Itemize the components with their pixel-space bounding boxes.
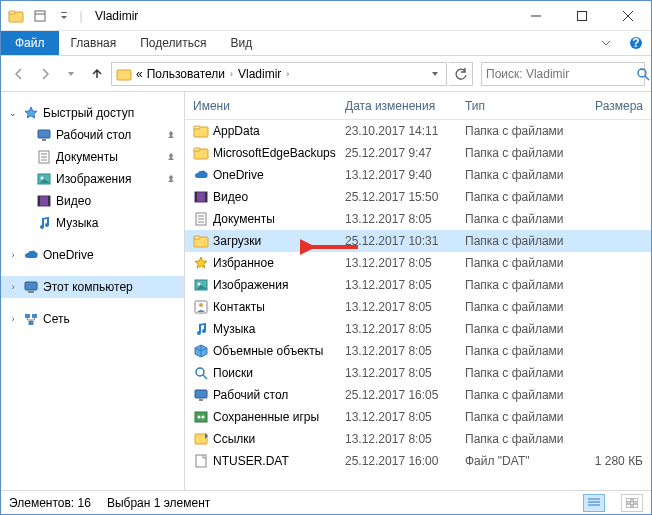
nav-onedrive[interactable]: › OneDrive: [1, 244, 184, 266]
cell-type: Папка с файлами: [465, 168, 577, 182]
chevron-right-icon[interactable]: ›: [7, 282, 19, 292]
svg-rect-27: [25, 314, 30, 318]
nav-quick-item[interactable]: Музыка: [1, 212, 184, 234]
cell-name: Избранное: [213, 256, 345, 270]
search-input[interactable]: [486, 67, 636, 81]
back-button[interactable]: [7, 62, 31, 86]
nav-network[interactable]: › Сеть: [1, 308, 184, 330]
qat-dropdown-icon[interactable]: [53, 5, 75, 27]
status-selection: Выбран 1 элемент: [107, 496, 210, 510]
svg-rect-15: [42, 139, 46, 141]
view-icons-button[interactable]: [621, 494, 643, 512]
address-dropdown-icon[interactable]: [426, 69, 444, 79]
status-bar: Элементов: 16 Выбран 1 элемент: [1, 490, 651, 514]
cell-name: Ссылки: [213, 432, 345, 446]
cell-type: Папка с файлами: [465, 432, 577, 446]
up-button[interactable]: [85, 62, 109, 86]
table-row[interactable]: Сохраненные игры13.12.2017 8:05Папка с ф…: [185, 406, 651, 428]
links-icon: [193, 431, 213, 447]
cell-date: 13.12.2017 9:40: [345, 168, 465, 182]
cell-date: 13.12.2017 8:05: [345, 278, 465, 292]
chevron-right-icon[interactable]: ›: [283, 69, 292, 79]
svg-rect-61: [633, 498, 638, 502]
cell-name: Объемные объекты: [213, 344, 345, 358]
nav-quick-item[interactable]: Изображения: [1, 168, 184, 190]
table-row[interactable]: Объемные объекты13.12.2017 8:05Папка с ф…: [185, 340, 651, 362]
cell-name: Музыка: [213, 322, 345, 336]
cell-type: Папка с файлами: [465, 344, 577, 358]
titlebar: | Vladimir: [1, 1, 651, 31]
refresh-button[interactable]: [449, 62, 473, 86]
column-type[interactable]: Тип: [465, 99, 577, 113]
recent-dropdown-icon[interactable]: [59, 62, 83, 86]
ribbon-tab-home[interactable]: Главная: [59, 31, 129, 55]
view-details-button[interactable]: [583, 494, 605, 512]
table-row[interactable]: NTUSER.DAT25.12.2017 16:00Файл "DAT"1 28…: [185, 450, 651, 472]
ribbon-tab-share[interactable]: Поделиться: [128, 31, 218, 55]
close-button[interactable]: [605, 1, 651, 31]
table-row[interactable]: AppData23.10.2017 14:11Папка с файлами: [185, 120, 651, 142]
cell-date: 13.12.2017 8:05: [345, 432, 465, 446]
forward-button[interactable]: [33, 62, 57, 86]
cell-type: Папка с файлами: [465, 410, 577, 424]
cell-name: OneDrive: [213, 168, 345, 182]
chevron-right-icon[interactable]: ›: [227, 69, 236, 79]
chevron-right-icon[interactable]: ›: [7, 314, 19, 324]
cell-date: 13.12.2017 8:05: [345, 256, 465, 270]
svg-point-54: [202, 416, 205, 419]
breadcrumb-prefix[interactable]: «: [134, 67, 145, 81]
cell-date: 25.12.2017 10:31: [345, 234, 465, 248]
cell-name: AppData: [213, 124, 345, 138]
properties-icon[interactable]: [29, 5, 51, 27]
table-row[interactable]: Ссылки13.12.2017 8:05Папка с файлами: [185, 428, 651, 450]
table-row[interactable]: Поиски13.12.2017 8:05Папка с файлами: [185, 362, 651, 384]
table-row[interactable]: Избранное13.12.2017 8:05Папка с файлами: [185, 252, 651, 274]
table-row[interactable]: Видео25.12.2017 15:50Папка с файлами: [185, 186, 651, 208]
table-row[interactable]: Документы13.12.2017 8:05Папка с файлами: [185, 208, 651, 230]
svg-rect-29: [29, 321, 34, 325]
nav-quick-item[interactable]: Видео: [1, 190, 184, 212]
breadcrumb-item[interactable]: Vladimir: [236, 67, 283, 81]
breadcrumb-item[interactable]: Пользователи: [145, 67, 227, 81]
svg-point-45: [198, 283, 201, 286]
table-row[interactable]: Изображения13.12.2017 8:05Папка с файлам…: [185, 274, 651, 296]
chevron-right-icon[interactable]: ›: [7, 250, 19, 260]
nav-quick-access[interactable]: ⌄ Быстрый доступ: [1, 102, 184, 124]
file-tab[interactable]: Файл: [1, 31, 59, 55]
nav-quick-item[interactable]: Документы: [1, 146, 184, 168]
svg-rect-26: [28, 291, 34, 293]
svg-point-47: [199, 303, 203, 307]
search-box[interactable]: [481, 62, 645, 86]
table-row[interactable]: OneDrive13.12.2017 9:40Папка с файлами: [185, 164, 651, 186]
cell-type: Папка с файлами: [465, 124, 577, 138]
svg-line-49: [203, 375, 207, 379]
ribbon-expand-icon[interactable]: [591, 31, 621, 55]
file-icon: [193, 453, 213, 469]
favorites-icon: [193, 255, 213, 271]
ribbon-tab-view[interactable]: Вид: [218, 31, 264, 55]
3d-icon: [193, 343, 213, 359]
cell-type: Папка с файлами: [465, 322, 577, 336]
table-row[interactable]: Музыка13.12.2017 8:05Папка с файлами: [185, 318, 651, 340]
table-row[interactable]: Загрузки25.12.2017 10:31Папка с файлами: [185, 230, 651, 252]
cell-date: 23.10.2017 14:11: [345, 124, 465, 138]
table-row[interactable]: Рабочий стол25.12.2017 16:05Папка с файл…: [185, 384, 651, 406]
chevron-down-icon[interactable]: ⌄: [7, 108, 19, 118]
svg-point-21: [41, 177, 44, 180]
minimize-button[interactable]: [513, 1, 559, 31]
cell-name: Контакты: [213, 300, 345, 314]
nav-this-pc[interactable]: › Этот компьютер: [1, 276, 184, 298]
svg-rect-37: [205, 192, 207, 202]
help-icon[interactable]: ?: [621, 31, 651, 55]
nav-quick-item[interactable]: Рабочий стол: [1, 124, 184, 146]
column-name[interactable]: Имени: [193, 99, 345, 113]
column-date[interactable]: Дата изменения: [345, 99, 465, 113]
search-icon[interactable]: [636, 67, 650, 81]
music-icon: [193, 321, 213, 337]
table-row[interactable]: Контакты13.12.2017 8:05Папка с файлами: [185, 296, 651, 318]
address-bar[interactable]: « Пользователи › Vladimir ›: [111, 62, 447, 86]
maximize-button[interactable]: [559, 1, 605, 31]
column-size[interactable]: Размера: [577, 99, 643, 113]
svg-rect-60: [626, 498, 631, 502]
table-row[interactable]: MicrosoftEdgeBackups25.12.2017 9:47Папка…: [185, 142, 651, 164]
